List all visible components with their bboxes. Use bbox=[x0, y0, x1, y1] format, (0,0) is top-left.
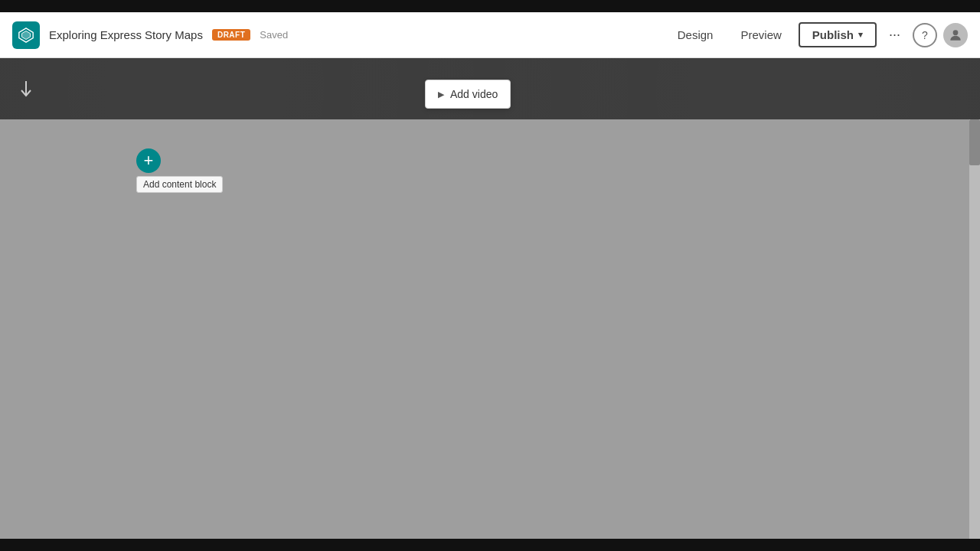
design-button[interactable]: Design bbox=[667, 24, 724, 46]
scrollbar-thumb[interactable] bbox=[969, 119, 980, 165]
user-avatar[interactable] bbox=[943, 23, 968, 47]
preview-button[interactable]: Preview bbox=[730, 24, 792, 46]
svg-marker-1 bbox=[22, 31, 31, 39]
scroll-down-button[interactable] bbox=[15, 78, 37, 99]
add-content-block-tooltip: Add content block bbox=[136, 176, 223, 193]
saved-label: Saved bbox=[260, 29, 288, 41]
header-right: Design Preview Publish ▾ ··· ? bbox=[667, 22, 968, 47]
play-icon: ▶ bbox=[438, 90, 444, 99]
app-logo[interactable] bbox=[12, 21, 40, 49]
top-bar bbox=[0, 0, 980, 12]
publish-chevron-icon: ▾ bbox=[858, 30, 863, 40]
dark-section: ▶ Add video bbox=[0, 58, 980, 119]
header: Exploring Express Story Maps DRAFT Saved… bbox=[0, 12, 980, 58]
add-content-block-button[interactable]: + bbox=[136, 148, 161, 173]
add-video-label: Add video bbox=[450, 88, 498, 100]
bottom-bar bbox=[0, 539, 980, 551]
publish-button[interactable]: Publish ▾ bbox=[799, 22, 877, 47]
draft-badge: DRAFT bbox=[212, 29, 250, 41]
plus-icon: + bbox=[144, 151, 154, 171]
main-content: + Add content block bbox=[0, 119, 980, 551]
more-options-button[interactable]: ··· bbox=[883, 22, 906, 47]
svg-point-2 bbox=[953, 30, 959, 35]
help-button[interactable]: ? bbox=[913, 23, 937, 47]
add-video-dropdown[interactable]: ▶ Add video bbox=[425, 80, 511, 109]
story-title: Exploring Express Story Maps bbox=[49, 28, 203, 41]
scrollbar-track bbox=[969, 119, 980, 551]
